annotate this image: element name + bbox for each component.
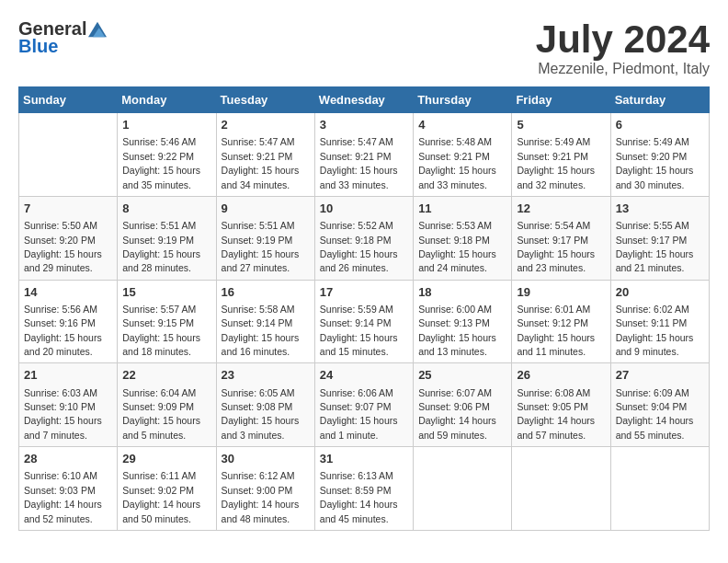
calendar-day-cell: 22Sunrise: 6:04 AM Sunset: 9:09 PM Dayli… — [118, 363, 216, 447]
day-number: 7 — [24, 201, 112, 217]
calendar-day-cell — [414, 447, 512, 531]
day-info: Sunrise: 5:49 AM Sunset: 9:21 PM Dayligh… — [517, 136, 595, 190]
calendar-week-row: 1Sunrise: 5:46 AM Sunset: 9:22 PM Daylig… — [19, 113, 710, 197]
calendar-day-cell: 16Sunrise: 5:58 AM Sunset: 9:14 PM Dayli… — [216, 280, 314, 363]
page-header: General Blue July 2024 Mezzenile, Piedmo… — [18, 18, 710, 77]
calendar-day-cell: 29Sunrise: 6:11 AM Sunset: 9:02 PM Dayli… — [118, 447, 216, 531]
day-info: Sunrise: 5:49 AM Sunset: 9:20 PM Dayligh… — [616, 136, 694, 190]
day-number: 10 — [320, 201, 408, 217]
title-section: July 2024 Mezzenile, Piedmont, Italy — [536, 18, 710, 77]
day-of-week-header: Wednesday — [314, 87, 413, 113]
logo-icon — [88, 20, 107, 39]
day-number: 24 — [320, 367, 408, 384]
day-number: 4 — [418, 117, 506, 133]
calendar-day-cell: 18Sunrise: 6:00 AM Sunset: 9:13 PM Dayli… — [414, 280, 512, 363]
day-number: 9 — [222, 201, 310, 217]
day-number: 25 — [418, 367, 506, 384]
day-info: Sunrise: 5:50 AM Sunset: 9:20 PM Dayligh… — [24, 220, 102, 273]
calendar-table: SundayMondayTuesdayWednesdayThursdayFrid… — [18, 86, 710, 531]
month-year-title: July 2024 — [536, 18, 710, 61]
day-info: Sunrise: 6:06 AM Sunset: 9:07 PM Dayligh… — [320, 387, 398, 441]
day-info: Sunrise: 6:08 AM Sunset: 9:05 PM Dayligh… — [517, 387, 595, 441]
day-info: Sunrise: 6:12 AM Sunset: 9:00 PM Dayligh… — [222, 470, 300, 523]
day-of-week-header: Monday — [118, 87, 216, 113]
day-info: Sunrise: 5:59 AM Sunset: 9:14 PM Dayligh… — [320, 304, 398, 357]
day-info: Sunrise: 5:51 AM Sunset: 9:19 PM Dayligh… — [122, 220, 200, 273]
calendar-day-cell: 17Sunrise: 5:59 AM Sunset: 9:14 PM Dayli… — [314, 280, 413, 363]
day-number: 29 — [122, 451, 210, 467]
day-number: 12 — [517, 201, 605, 217]
day-info: Sunrise: 5:51 AM Sunset: 9:19 PM Dayligh… — [222, 220, 300, 273]
day-info: Sunrise: 6:03 AM Sunset: 9:10 PM Dayligh… — [24, 387, 102, 441]
day-number: 13 — [616, 201, 704, 217]
day-number: 1 — [122, 117, 210, 133]
day-number: 26 — [517, 367, 605, 384]
calendar-day-cell: 31Sunrise: 6:13 AM Sunset: 8:59 PM Dayli… — [314, 447, 413, 531]
calendar-day-cell: 23Sunrise: 6:05 AM Sunset: 9:08 PM Dayli… — [216, 363, 314, 447]
day-info: Sunrise: 6:05 AM Sunset: 9:08 PM Dayligh… — [222, 387, 300, 441]
calendar-day-cell: 14Sunrise: 5:56 AM Sunset: 9:16 PM Dayli… — [19, 280, 118, 363]
day-info: Sunrise: 5:55 AM Sunset: 9:17 PM Dayligh… — [616, 220, 694, 273]
day-info: Sunrise: 5:46 AM Sunset: 9:22 PM Dayligh… — [122, 136, 200, 190]
day-number: 22 — [122, 367, 210, 384]
day-info: Sunrise: 5:47 AM Sunset: 9:21 PM Dayligh… — [320, 136, 398, 190]
calendar-day-cell: 24Sunrise: 6:06 AM Sunset: 9:07 PM Dayli… — [314, 363, 413, 447]
day-info: Sunrise: 6:13 AM Sunset: 8:59 PM Dayligh… — [320, 470, 398, 523]
calendar-day-cell: 9Sunrise: 5:51 AM Sunset: 9:19 PM Daylig… — [216, 196, 314, 280]
day-info: Sunrise: 5:56 AM Sunset: 9:16 PM Dayligh… — [24, 304, 102, 357]
day-info: Sunrise: 6:00 AM Sunset: 9:13 PM Dayligh… — [418, 304, 496, 357]
calendar-day-cell: 25Sunrise: 6:07 AM Sunset: 9:06 PM Dayli… — [414, 363, 512, 447]
logo: General Blue — [18, 18, 107, 57]
day-info: Sunrise: 6:10 AM Sunset: 9:03 PM Dayligh… — [24, 470, 102, 523]
day-of-week-header: Thursday — [414, 87, 512, 113]
logo-blue-text: Blue — [18, 36, 58, 57]
day-info: Sunrise: 6:01 AM Sunset: 9:12 PM Dayligh… — [517, 304, 595, 357]
calendar-day-cell: 6Sunrise: 5:49 AM Sunset: 9:20 PM Daylig… — [610, 113, 709, 197]
day-info: Sunrise: 5:57 AM Sunset: 9:15 PM Dayligh… — [122, 304, 200, 357]
day-info: Sunrise: 5:48 AM Sunset: 9:21 PM Dayligh… — [418, 136, 496, 190]
calendar-week-row: 28Sunrise: 6:10 AM Sunset: 9:03 PM Dayli… — [19, 447, 710, 531]
day-info: Sunrise: 5:54 AM Sunset: 9:17 PM Dayligh… — [517, 220, 595, 273]
day-info: Sunrise: 6:07 AM Sunset: 9:06 PM Dayligh… — [418, 387, 496, 441]
calendar-day-cell: 11Sunrise: 5:53 AM Sunset: 9:18 PM Dayli… — [414, 196, 512, 280]
day-of-week-header: Tuesday — [216, 87, 314, 113]
day-number: 5 — [517, 117, 605, 133]
calendar-week-row: 14Sunrise: 5:56 AM Sunset: 9:16 PM Dayli… — [19, 280, 710, 363]
day-of-week-header: Sunday — [19, 87, 118, 113]
calendar-day-cell: 3Sunrise: 5:47 AM Sunset: 9:21 PM Daylig… — [314, 113, 413, 197]
day-info: Sunrise: 6:11 AM Sunset: 9:02 PM Dayligh… — [122, 470, 200, 523]
day-number: 19 — [517, 284, 605, 301]
day-number: 28 — [24, 451, 112, 467]
calendar-day-cell: 21Sunrise: 6:03 AM Sunset: 9:10 PM Dayli… — [19, 363, 118, 447]
calendar-day-cell — [512, 447, 610, 531]
calendar-day-cell: 15Sunrise: 5:57 AM Sunset: 9:15 PM Dayli… — [118, 280, 216, 363]
day-number: 23 — [222, 367, 310, 384]
day-number: 31 — [320, 451, 408, 467]
calendar-day-cell: 8Sunrise: 5:51 AM Sunset: 9:19 PM Daylig… — [118, 196, 216, 280]
day-number: 20 — [616, 284, 704, 301]
calendar-day-cell — [610, 447, 709, 531]
day-number: 2 — [222, 117, 310, 133]
calendar-day-cell: 13Sunrise: 5:55 AM Sunset: 9:17 PM Dayli… — [610, 196, 709, 280]
day-number: 6 — [616, 117, 704, 133]
location-subtitle: Mezzenile, Piedmont, Italy — [536, 61, 710, 77]
day-number: 14 — [24, 284, 112, 301]
day-number: 17 — [320, 284, 408, 301]
calendar-day-cell: 20Sunrise: 6:02 AM Sunset: 9:11 PM Dayli… — [610, 280, 709, 363]
day-number: 27 — [616, 367, 704, 384]
day-info: Sunrise: 6:04 AM Sunset: 9:09 PM Dayligh… — [122, 387, 200, 441]
calendar-day-cell: 4Sunrise: 5:48 AM Sunset: 9:21 PM Daylig… — [414, 113, 512, 197]
day-number: 15 — [122, 284, 210, 301]
calendar-day-cell: 5Sunrise: 5:49 AM Sunset: 9:21 PM Daylig… — [512, 113, 610, 197]
calendar-day-cell: 2Sunrise: 5:47 AM Sunset: 9:21 PM Daylig… — [216, 113, 314, 197]
day-number: 21 — [24, 367, 112, 384]
calendar-day-cell: 7Sunrise: 5:50 AM Sunset: 9:20 PM Daylig… — [19, 196, 118, 280]
day-info: Sunrise: 5:53 AM Sunset: 9:18 PM Dayligh… — [418, 220, 496, 273]
calendar-day-cell — [19, 113, 118, 197]
calendar-day-cell: 28Sunrise: 6:10 AM Sunset: 9:03 PM Dayli… — [19, 447, 118, 531]
day-info: Sunrise: 5:47 AM Sunset: 9:21 PM Dayligh… — [222, 136, 300, 190]
calendar-week-row: 7Sunrise: 5:50 AM Sunset: 9:20 PM Daylig… — [19, 196, 710, 280]
calendar-day-cell: 30Sunrise: 6:12 AM Sunset: 9:00 PM Dayli… — [216, 447, 314, 531]
calendar-day-cell: 26Sunrise: 6:08 AM Sunset: 9:05 PM Dayli… — [512, 363, 610, 447]
day-info: Sunrise: 5:52 AM Sunset: 9:18 PM Dayligh… — [320, 220, 398, 273]
